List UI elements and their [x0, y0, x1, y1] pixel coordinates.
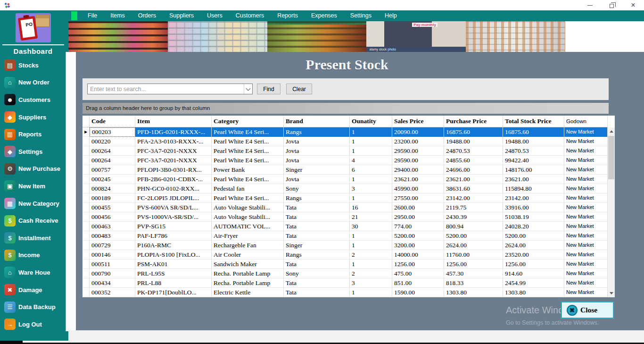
cell-total[interactable]: 1256.00: [503, 260, 564, 269]
cell-purchase[interactable]: 457.30: [444, 269, 503, 278]
cell-sales[interactable]: 2950.00: [392, 212, 444, 222]
cell-purchase[interactable]: 16875.60: [444, 127, 503, 137]
table-row[interactable]: 000434PRL-L88Recha. Portable LampTata385…: [83, 278, 615, 288]
cell-brand[interactable]: Tata: [284, 212, 350, 222]
cell-category[interactable]: Pearl White E4 Seri...: [212, 193, 284, 203]
cell-qty[interactable]: 1: [350, 175, 392, 184]
cell-item[interactable]: PFLOPI-3B0-0301-RX...: [135, 165, 212, 175]
cell-sales[interactable]: 1256.00: [392, 260, 444, 269]
table-row[interactable]: 000455PVS-600VA SR/SD/L...Auto Voltage S…: [83, 203, 615, 212]
table-row[interactable]: 000245PFB-2B6-0201-CDBX-...Pearl White E…: [83, 175, 615, 184]
column-header-code[interactable]: Code: [90, 116, 135, 127]
cell-brand[interactable]: Tata: [284, 260, 350, 269]
sidebar-item-damage[interactable]: ✖Damage: [0, 281, 66, 299]
table-row[interactable]: 000729P160A-RMCRechargeble FanSinger1320…: [83, 241, 615, 250]
cell-qty[interactable]: 1: [350, 137, 392, 146]
cell-brand[interactable]: Singer: [284, 165, 350, 175]
cell-sales[interactable]: 27550.00: [392, 193, 444, 203]
menu-item-help[interactable]: Help: [378, 10, 404, 21]
table-row[interactable]: 000146PLOPIA-S100 [FixLO...Air CoolerRan…: [83, 250, 615, 260]
cell-code[interactable]: 000729: [90, 241, 135, 250]
cell-code[interactable]: 000352: [90, 288, 135, 297]
cell-total[interactable]: 5200.00: [503, 231, 564, 241]
cell-total[interactable]: 23142.00: [503, 193, 564, 203]
column-header-godown[interactable]: Godown: [564, 116, 608, 127]
cell-category[interactable]: Pearl White E4 Seri...: [212, 156, 284, 165]
group-by-band[interactable]: Drag a column header here to group by th…: [83, 103, 609, 114]
table-row[interactable]: 000824PHN-GC0-0102-RXX...Pedestal fanSon…: [83, 184, 615, 193]
cell-qty[interactable]: 1: [350, 260, 392, 269]
cell-godown[interactable]: New Market: [564, 146, 608, 156]
cell-brand[interactable]: Tata: [284, 231, 350, 241]
cell-godown[interactable]: New Market: [564, 184, 608, 193]
cell-category[interactable]: Rechargeble Fan: [212, 241, 284, 250]
table-row[interactable]: 000189FC-2LOPI5 JDLOPIL...Pearl White E4…: [83, 193, 615, 203]
cell-godown[interactable]: New Market: [564, 165, 608, 175]
column-header-total-stock-price[interactable]: Total Stock Price: [503, 116, 564, 127]
cell-qty[interactable]: 1: [350, 288, 392, 297]
cell-godown[interactable]: New Market: [564, 231, 608, 241]
cell-code[interactable]: 000264: [90, 146, 135, 156]
table-row[interactable]: 000757PFLOPI-3B0-0301-RX...Power BankSin…: [83, 165, 615, 175]
cell-godown[interactable]: New Market: [564, 127, 608, 137]
grid-vertical-scrollbar[interactable]: [608, 127, 615, 297]
column-header-sales-price[interactable]: Sales Price: [392, 116, 444, 127]
cell-qty[interactable]: 1: [350, 146, 392, 156]
cell-purchase[interactable]: 2119.75: [444, 203, 503, 212]
menu-item-reports[interactable]: Reports: [271, 10, 305, 21]
cell-brand[interactable]: Rangs: [284, 127, 350, 137]
cell-category[interactable]: Air Cooler: [212, 250, 284, 260]
sidebar-item-new-item[interactable]: ▣New Item: [0, 177, 66, 195]
cell-code[interactable]: 000245: [90, 175, 135, 184]
cell-sales[interactable]: 851.00: [392, 278, 444, 288]
cell-brand[interactable]: Rangs: [284, 250, 350, 260]
cell-purchase[interactable]: 19488.00: [444, 137, 503, 146]
cell-brand[interactable]: Tata: [284, 288, 350, 297]
cell-godown[interactable]: New Market: [564, 278, 608, 288]
sidebar-item-stocks[interactable]: ▤Stocks: [0, 57, 66, 74]
sidebar-item-ware-houe[interactable]: ⌂Ware Houe: [0, 264, 66, 281]
cell-qty[interactable]: 1: [350, 241, 392, 250]
cell-godown[interactable]: New Market: [564, 175, 608, 184]
sidebar-item-cash-receive[interactable]: $Cash Receive: [0, 212, 66, 229]
cell-total[interactable]: 19488.00: [503, 137, 564, 146]
cell-category[interactable]: Pearl White E4 Seri...: [212, 137, 284, 146]
cell-category[interactable]: Auto Voltage Stabili...: [212, 203, 284, 212]
cell-godown[interactable]: New Market: [564, 137, 608, 146]
cell-item[interactable]: PFC-3A7-0201-NXXX: [135, 146, 212, 156]
cell-qty[interactable]: 6: [350, 165, 392, 175]
cell-purchase[interactable]: 38631.60: [444, 184, 503, 193]
cell-purchase[interactable]: 24870.53: [444, 146, 503, 156]
table-row[interactable]: 000483PAF-LF786Air-FryerTata15200.005200…: [83, 231, 615, 241]
cell-godown[interactable]: New Market: [564, 212, 608, 222]
cell-item[interactable]: PSM-AK01: [135, 260, 212, 269]
sidebar-item-installment[interactable]: $Installment: [0, 229, 66, 247]
sidebar-item-new-order[interactable]: ⌂New Order: [0, 74, 66, 92]
cell-code[interactable]: 000463: [90, 222, 135, 231]
cell-godown[interactable]: New Market: [564, 241, 608, 250]
cell-code[interactable]: 000757: [90, 165, 135, 175]
cell-qty[interactable]: 1: [350, 127, 392, 137]
table-row[interactable]: 000790PRL-L95SRecha. Portable LampSony24…: [83, 269, 615, 278]
cell-item[interactable]: PRL-L88: [135, 278, 212, 288]
cell-brand[interactable]: Jovta: [284, 146, 350, 156]
sidebar-item-suppliers[interactable]: ◆Suppliers: [0, 109, 66, 126]
cell-total[interactable]: 24028.20: [503, 222, 564, 231]
cell-category[interactable]: Sandwich Maker: [212, 260, 284, 269]
cell-purchase[interactable]: 818.33: [444, 278, 503, 288]
table-row[interactable]: 000264PFC-3A7-0201-NXXXPearl White E4 Se…: [83, 156, 615, 165]
cell-category[interactable]: Recha. Portable Lamp: [212, 278, 284, 288]
close-button[interactable]: ✖ Close: [561, 302, 614, 319]
cell-sales[interactable]: 774.00: [392, 222, 444, 231]
cell-qty[interactable]: 1: [350, 193, 392, 203]
cell-godown[interactable]: New Market: [564, 260, 608, 269]
table-row[interactable]: 000220PFA-2A3-0103-RXXX-...Pearl White E…: [83, 137, 615, 146]
sidebar-item-new-purchase[interactable]: ⚙New Purchase: [0, 160, 66, 178]
cell-brand[interactable]: Tata: [284, 278, 350, 288]
cell-brand[interactable]: Jovta: [284, 137, 350, 146]
minimize-button[interactable]: [579, 0, 601, 10]
sidebar-item-log-out[interactable]: →Log Out: [0, 316, 66, 333]
search-input[interactable]: [88, 84, 244, 94]
cell-sales[interactable]: 29400.00: [392, 165, 444, 175]
cell-item[interactable]: PFD-1DG-0201-RXXX-...: [135, 127, 212, 137]
